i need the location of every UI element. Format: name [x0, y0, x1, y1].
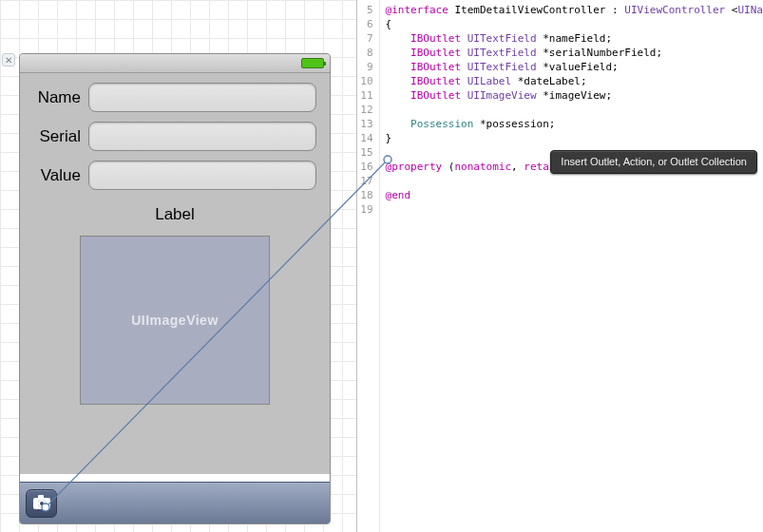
- close-icon[interactable]: ✕: [2, 53, 15, 66]
- label-value: Value: [33, 166, 88, 185]
- camera-icon: [33, 498, 50, 509]
- device-view[interactable]: Name Serial Value Label UIImageView: [19, 53, 331, 524]
- white-strip: [20, 474, 330, 482]
- form-row-name: Name: [33, 83, 316, 112]
- bottom-toolbar: [20, 482, 330, 523]
- date-label[interactable]: Label: [33, 205, 316, 224]
- serial-field[interactable]: [88, 122, 316, 151]
- connection-tooltip: Insert Outlet, Action, or Outlet Collect…: [550, 150, 757, 174]
- code-editor[interactable]: 5678910111213141516171819 @interface Ite…: [356, 0, 763, 532]
- code-line[interactable]: }: [386, 131, 763, 145]
- code-line[interactable]: Possession *possession;: [386, 117, 763, 131]
- label-serial: Serial: [33, 127, 88, 146]
- code-line[interactable]: [386, 103, 763, 117]
- status-bar: [20, 54, 330, 73]
- battery-icon: [301, 58, 324, 68]
- label-name: Name: [33, 88, 88, 107]
- form-area: Name Serial Value Label UIImageView: [20, 73, 330, 474]
- code-line[interactable]: IBOutlet UITextField *valueField;: [386, 60, 763, 74]
- form-row-serial: Serial: [33, 122, 316, 151]
- image-view[interactable]: UIImageView: [80, 236, 270, 405]
- value-field[interactable]: [88, 161, 316, 190]
- form-row-value: Value: [33, 161, 316, 190]
- line-gutter: 5678910111213141516171819: [357, 0, 380, 532]
- xcode-workspace: ✕ Name Serial Value Label: [0, 0, 763, 532]
- camera-button[interactable]: [26, 489, 57, 518]
- code-line[interactable]: @end: [386, 188, 763, 202]
- interface-builder-canvas[interactable]: ✕ Name Serial Value Label: [0, 0, 356, 532]
- code-line[interactable]: IBOutlet UILabel *dateLabel;: [386, 74, 763, 88]
- code-line[interactable]: IBOutlet UITextField *serialNumberField;: [386, 46, 763, 60]
- code-line[interactable]: @interface ItemDetailViewController : UI…: [386, 3, 763, 17]
- code-line[interactable]: [386, 202, 763, 217]
- code-line[interactable]: {: [386, 17, 763, 31]
- code-line[interactable]: IBOutlet UIImageView *imageView;: [386, 88, 763, 103]
- code-area[interactable]: @interface ItemDetailViewController : UI…: [380, 0, 763, 532]
- name-field[interactable]: [88, 83, 316, 112]
- code-line[interactable]: [386, 174, 763, 188]
- code-line[interactable]: IBOutlet UITextField *nameField;: [386, 31, 763, 46]
- image-view-placeholder: UIImageView: [131, 313, 219, 328]
